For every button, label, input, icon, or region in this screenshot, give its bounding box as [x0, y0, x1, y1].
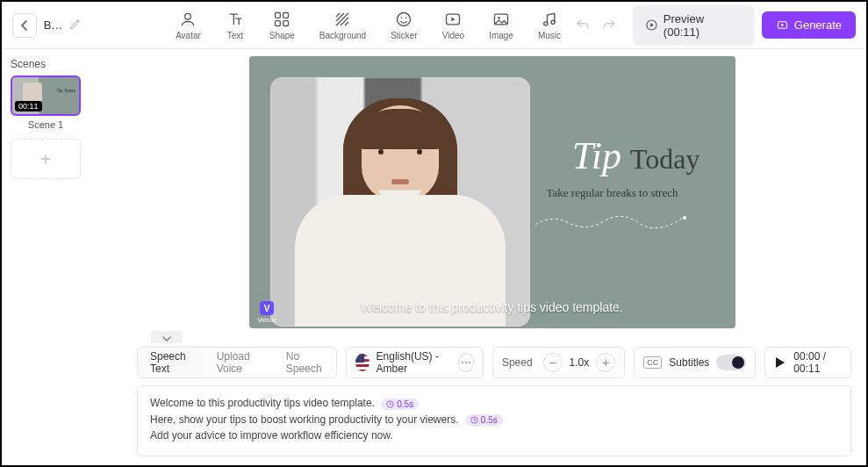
add-scene-button[interactable]	[11, 139, 81, 179]
sticker-icon	[394, 10, 413, 29]
tool-sticker[interactable]: Sticker	[391, 10, 418, 40]
undo-redo-group	[575, 18, 617, 33]
speed-decrease-button[interactable]: −	[543, 353, 563, 372]
script-textarea[interactable]: Welcome to this productivity tips video …	[137, 385, 851, 456]
script-line: Here, show your tips to boost working pr…	[150, 413, 838, 426]
tool-label: Shape	[269, 31, 295, 40]
tab-upload-voice[interactable]: Upload Voice	[204, 348, 274, 377]
avatar-frame[interactable]	[270, 77, 530, 327]
plus-icon	[39, 152, 53, 166]
body-row: Scenes Tip Today 00:11 Scene 1	[2, 49, 866, 343]
avatar-person	[295, 98, 506, 327]
clock-icon	[386, 400, 394, 408]
redo-icon[interactable]	[601, 18, 617, 33]
tool-text[interactable]: Text	[226, 10, 245, 40]
playback-time: 00:00 / 00:11	[793, 350, 840, 375]
scene-thumbnail-1[interactable]: Tip Today 00:11	[11, 75, 81, 116]
svg-point-0	[185, 13, 191, 19]
text-icon	[226, 10, 245, 29]
tool-label: Background	[319, 31, 366, 40]
script-text: Welcome to this productivity tips video …	[150, 397, 375, 409]
subtitles-toggle[interactable]	[716, 355, 746, 370]
voice-more-button[interactable]: ⋯	[458, 353, 474, 372]
script-line: Add your advice to improve workflow effi…	[150, 429, 838, 442]
brand-name: Vidnoz	[258, 317, 276, 323]
pause-pill[interactable]: 0.5s	[465, 414, 503, 426]
tool-label: Sticker	[391, 31, 418, 40]
cc-icon: CC	[643, 356, 662, 369]
tool-music[interactable]: Music	[538, 10, 561, 40]
speed-increase-button[interactable]: +	[596, 353, 615, 372]
edit-title-icon[interactable]	[69, 18, 81, 33]
avatar-icon	[178, 10, 197, 29]
svg-point-7	[405, 18, 407, 19]
caption-text: Welcome to this productivity tips video …	[249, 300, 735, 314]
brand-logo-icon: V	[260, 301, 274, 315]
tab-no-speech[interactable]: No Speech	[274, 348, 336, 377]
undo-icon[interactable]	[575, 18, 591, 33]
app-root: B… Avatar Text Shape Background	[2, 2, 866, 465]
slide-title[interactable]: Tip Today	[572, 133, 700, 178]
drawer-toggle[interactable]	[151, 331, 183, 343]
speech-mode-tabs: Speech Text Upload Voice No Speech	[137, 347, 337, 378]
scene-label: Scene 1	[11, 119, 81, 130]
tool-video[interactable]: Video	[442, 10, 464, 40]
controls-row: Speech Text Upload Voice No Speech Engli…	[137, 347, 851, 378]
tab-speech-text[interactable]: Speech Text	[138, 348, 204, 377]
svg-rect-1	[276, 13, 281, 18]
playback-control: 00:00 / 00:11	[764, 347, 851, 378]
tool-label: Image	[489, 31, 513, 40]
svg-point-10	[498, 17, 500, 18]
image-icon	[491, 10, 511, 29]
title-script: Tip	[572, 133, 621, 178]
speed-value: 1.0x	[570, 356, 590, 369]
scene-duration: 00:11	[15, 101, 42, 111]
svg-point-11	[544, 22, 548, 25]
scenes-title: Scenes	[11, 58, 109, 70]
generate-icon	[776, 18, 789, 32]
squiggle-decoration	[534, 212, 692, 230]
tool-avatar[interactable]: Avatar	[176, 10, 201, 40]
back-button[interactable]	[12, 13, 37, 38]
generate-button[interactable]: Generate	[762, 11, 856, 39]
chevron-left-icon	[19, 20, 30, 31]
svg-rect-2	[283, 13, 289, 18]
tool-label: Music	[538, 31, 561, 40]
title-serif: Today	[630, 143, 700, 176]
slide-subtitle[interactable]: Take regular breaks to strech	[525, 186, 700, 200]
svg-point-12	[551, 20, 555, 24]
project-title[interactable]: B…	[44, 18, 62, 32]
canvas[interactable]: Tip Today Take regular breaks to strech …	[249, 56, 735, 328]
tool-label: Video	[442, 31, 464, 40]
generate-label: Generate	[794, 18, 842, 32]
bottom-panel: Speech Text Upload Voice No Speech Engli…	[137, 347, 851, 456]
svg-point-5	[398, 13, 411, 26]
tool-background[interactable]: Background	[319, 10, 366, 40]
subtitles-control: CC Subtitles	[634, 347, 756, 378]
play-button[interactable]	[776, 357, 785, 368]
script-text: Add your advice to improve workflow effi…	[150, 429, 393, 442]
svg-point-15	[683, 216, 686, 219]
pause-pill[interactable]: 0.5s	[381, 399, 419, 410]
script-text: Here, show your tips to boost working pr…	[150, 413, 458, 426]
scenes-panel: Scenes Tip Today 00:11 Scene 1	[2, 49, 118, 343]
preview-button[interactable]: Preview (00:11)	[633, 5, 755, 46]
voice-selector[interactable]: English(US) - Amber ⋯	[346, 347, 484, 378]
script-line: Welcome to this productivity tips video …	[150, 397, 838, 409]
flag-us-icon	[355, 354, 369, 371]
clock-icon	[470, 416, 478, 424]
play-circle-icon	[645, 18, 658, 32]
tool-shape[interactable]: Shape	[269, 10, 295, 40]
speed-control: Speed − 1.0x +	[492, 347, 625, 378]
svg-point-6	[401, 18, 403, 19]
toolbar: Avatar Text Shape Background Sticker Vid…	[176, 10, 561, 40]
speed-label: Speed	[502, 356, 533, 369]
svg-rect-3	[276, 21, 281, 26]
tool-label: Text	[227, 31, 243, 40]
canvas-area: Tip Today Take regular breaks to strech …	[118, 49, 866, 343]
subtitles-label: Subtitles	[669, 356, 709, 369]
video-icon	[443, 10, 463, 29]
svg-rect-4	[283, 21, 289, 26]
background-icon	[333, 10, 352, 29]
tool-image[interactable]: Image	[489, 10, 513, 40]
